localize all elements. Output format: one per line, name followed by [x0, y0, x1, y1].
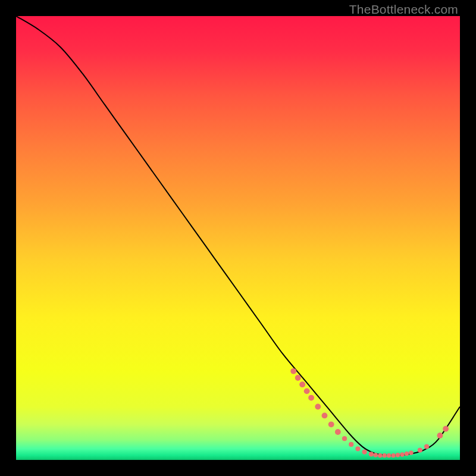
highlight-dot	[387, 453, 391, 458]
highlight-dot	[322, 412, 328, 418]
chart-stage: TheBottleneck.com	[0, 0, 476, 476]
highlight-dot	[315, 404, 321, 410]
highlight-dot	[405, 452, 409, 456]
highlight-dot	[355, 446, 360, 451]
highlight-dot	[396, 453, 400, 457]
highlight-dot	[295, 375, 301, 381]
highlight-dot	[328, 421, 334, 427]
highlight-dot	[424, 444, 429, 449]
highlight-dot	[400, 452, 404, 456]
highlight-dots	[290, 368, 449, 458]
highlight-dot	[378, 453, 382, 458]
watermark-label: TheBottleneck.com	[349, 2, 458, 17]
highlight-dot	[335, 429, 341, 435]
highlight-dot	[362, 449, 367, 454]
curve-layer	[16, 16, 460, 460]
highlight-dot	[349, 442, 353, 447]
highlight-dot	[304, 388, 310, 394]
highlight-dot	[299, 381, 305, 387]
highlight-dot	[391, 453, 395, 458]
highlight-dot	[308, 395, 314, 401]
highlight-dot	[290, 368, 296, 374]
highlight-dot	[342, 436, 347, 441]
highlight-dot	[369, 452, 374, 456]
plot-area	[16, 16, 460, 460]
highlight-dot	[382, 453, 386, 458]
highlight-dot	[374, 453, 378, 457]
highlight-dot	[437, 433, 443, 439]
bottleneck-curve	[16, 16, 460, 456]
highlight-dot	[418, 447, 422, 452]
highlight-dot	[409, 450, 413, 455]
highlight-dot	[443, 426, 449, 432]
